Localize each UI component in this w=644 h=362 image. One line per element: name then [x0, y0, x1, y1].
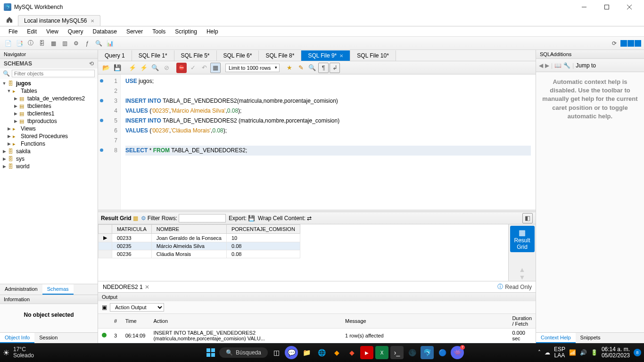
maximize-button[interactable] [596, 0, 618, 14]
notifications-icon[interactable]: 8 [634, 349, 641, 356]
beautify-icon[interactable]: ✎ [296, 63, 306, 73]
menu-view[interactable]: View [41, 27, 63, 36]
limit-select[interactable]: Limit to 1000 rows [225, 64, 280, 72]
taskview-icon[interactable]: ◫ [270, 346, 283, 359]
filter-icon[interactable]: ⚙ [141, 215, 146, 222]
connection-tab[interactable]: Local instance MySQL56✕ [18, 15, 100, 26]
panel-icon[interactable]: ◧ [522, 213, 533, 223]
editor-tab[interactable]: SQL File 1* [132, 50, 174, 61]
editor-tab[interactable]: SQL File 8* [259, 50, 301, 61]
result-grid[interactable]: MATRICULANOMBREPORCENTAJE_COMISION▶00233… [98, 224, 508, 281]
explorer-icon[interactable]: 📁 [300, 346, 313, 359]
new-query-icon[interactable]: 📑 [14, 38, 25, 49]
new-sql-icon[interactable]: 📄 [3, 38, 13, 49]
tree-item[interactable]: ▶▤tbclientes [0, 102, 98, 110]
menu-file[interactable]: File [4, 27, 22, 36]
weather-icon[interactable]: ☀ [3, 348, 9, 357]
tab-schemas[interactable]: Schemas [42, 284, 74, 295]
eclipse-icon[interactable]: 🌑 [405, 346, 419, 359]
tree-item[interactable]: ▶▤tbclientes1 [0, 110, 98, 117]
close-icon[interactable]: ✕ [145, 284, 149, 290]
export-icon[interactable]: 💾 [248, 215, 255, 222]
sublime-icon[interactable]: ◆ [330, 346, 343, 359]
editor-tab[interactable]: Query 1 [98, 50, 132, 61]
filter-rows-input[interactable] [179, 214, 226, 222]
editor-tab[interactable]: SQL File 6* [217, 50, 259, 61]
chevron-up-icon[interactable]: ˄ [538, 349, 541, 356]
menu-edit[interactable]: Edit [22, 27, 41, 36]
wrap-icon[interactable]: ⇄ [307, 215, 312, 222]
tree-item[interactable]: ▶▤tbproductos [0, 117, 98, 125]
new-schema-icon[interactable]: 🗄 [37, 38, 47, 49]
editor-tab[interactable]: SQL File 5* [174, 50, 217, 61]
tree-item[interactable]: ▶🗄sakila [0, 148, 98, 155]
autocommit-icon[interactable]: ▦ [210, 63, 221, 73]
tree-item[interactable]: ▶▸Stored Procedures [0, 132, 98, 140]
new-procedure-icon[interactable]: ⚙ [71, 38, 81, 49]
execute-current-icon[interactable]: ⚡ [139, 63, 149, 73]
menu-database[interactable]: Database [88, 27, 122, 36]
tree-item[interactable]: ▼🗄jugos [0, 80, 98, 87]
grid-icon[interactable]: ▦ [133, 215, 138, 222]
tree-item[interactable]: ▶🗄world [0, 163, 98, 170]
open-icon[interactable]: 📂 [101, 63, 111, 73]
explain-icon[interactable]: 🔍 [150, 63, 160, 73]
rollback-icon[interactable]: ↶ [199, 63, 209, 73]
execute-icon[interactable]: ⚡ [127, 63, 138, 73]
tab-administration[interactable]: Administration [0, 284, 42, 295]
schema-tree[interactable]: ▼🗄jugos▼▸Tables▶▤tabla_de_vendedores2▶▤t… [0, 79, 98, 284]
noop-icon[interactable]: ⛔ [176, 63, 187, 73]
tree-item[interactable]: ▶🗄sys [0, 155, 98, 163]
output-table[interactable]: #TimeActionMessageDuration / Fetch306:14… [98, 314, 536, 343]
wifi-icon[interactable]: 📶 [569, 349, 576, 356]
app-icon[interactable]: ▶ [360, 346, 373, 359]
wrap-icon[interactable]: ↲ [330, 63, 340, 73]
down-icon[interactable]: ▼ [519, 273, 526, 281]
home-icon[interactable] [5, 15, 14, 25]
minimize-button[interactable] [573, 0, 595, 14]
search-icon[interactable]: 🔍 [93, 38, 104, 49]
tab-object-info[interactable]: Object Info [0, 333, 34, 343]
workbench-icon[interactable]: 🐬 [421, 346, 434, 359]
tree-item[interactable]: ▶▸Functions [0, 140, 98, 148]
result-tab[interactable]: NDEDORES2 1✕ [98, 282, 154, 292]
tree-item[interactable]: ▶▤tabla_de_vendedores2 [0, 95, 98, 102]
inspector-icon[interactable]: ⓘ [25, 38, 36, 49]
new-view-icon[interactable]: ▥ [59, 38, 70, 49]
stop-icon[interactable]: ⊘ [161, 63, 172, 73]
new-table-icon[interactable]: ▦ [48, 38, 58, 49]
reconnect-icon[interactable]: ⟳ [609, 38, 619, 49]
close-button[interactable] [619, 0, 640, 14]
commit-icon[interactable]: ✓ [188, 63, 198, 73]
menu-server[interactable]: Server [122, 27, 148, 36]
tab-session[interactable]: Session [34, 333, 62, 343]
up-icon[interactable]: ▲ [519, 266, 526, 273]
new-function-icon[interactable]: ƒ [82, 38, 92, 49]
back-icon[interactable]: ◀ [539, 62, 543, 69]
star-icon[interactable]: ★ [284, 63, 295, 73]
start-button[interactable] [204, 346, 217, 359]
tree-item[interactable]: ▶▸Views [0, 125, 98, 132]
battery-icon[interactable]: 🔋 [591, 349, 598, 356]
dashboard-icon[interactable]: 📊 [105, 38, 115, 49]
forward-icon[interactable]: ▶ [545, 62, 549, 69]
clock[interactable]: 06:14 a. m.05/02/2023 [602, 346, 630, 359]
git-icon[interactable]: ◆ [345, 346, 358, 359]
invisible-icon[interactable]: ¶ [318, 63, 329, 73]
excel-icon[interactable]: X [375, 346, 388, 359]
save-icon[interactable]: 💾 [112, 63, 123, 73]
result-grid-button[interactable]: ▦Result Grid [510, 226, 535, 252]
find-icon[interactable]: 🔍 [307, 63, 317, 73]
help-icon[interactable]: 📖 [554, 62, 561, 69]
menu-tools[interactable]: Tools [148, 27, 170, 36]
menu-query[interactable]: Query [63, 27, 88, 36]
app-icon[interactable]: 💬 [285, 346, 298, 359]
close-icon[interactable]: ✕ [91, 18, 94, 24]
weather-widget[interactable]: 17°CSoleado [11, 346, 34, 359]
volume-icon[interactable]: 🔊 [580, 349, 587, 356]
edge-icon[interactable]: 🌐 [315, 346, 328, 359]
output-select[interactable]: Action Output [110, 303, 164, 312]
chrome-icon[interactable]: 🔵 [436, 346, 449, 359]
editor-tab[interactable]: SQL File 10* [350, 50, 396, 61]
refresh-icon[interactable]: ⟲ [89, 60, 94, 67]
